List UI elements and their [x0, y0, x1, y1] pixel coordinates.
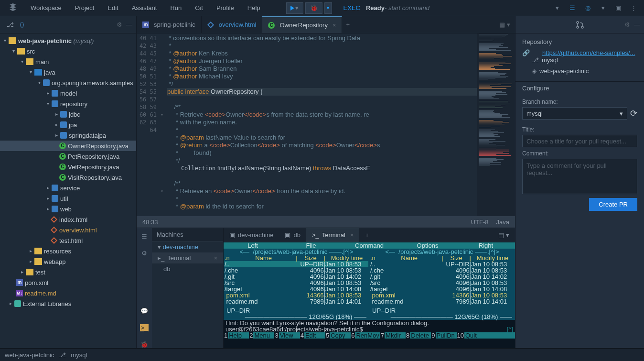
- rp-min-icon[interactable]: —: [634, 21, 640, 28]
- tree-resources[interactable]: ▸resources: [0, 246, 136, 256]
- encoding: UTF-8: [471, 219, 489, 226]
- panel-gear-icon[interactable]: ⚙: [141, 250, 147, 257]
- tree-pom[interactable]: mpom.xml: [0, 277, 136, 288]
- toolbar-layout-icon[interactable]: ▣: [612, 2, 625, 14]
- bottom-tab-more[interactable]: ▤ ▾: [493, 228, 515, 242]
- menu-edit[interactable]: Edit: [101, 0, 125, 16]
- machine-terminal[interactable]: ▸_Terminal×: [152, 252, 223, 263]
- editor-status: 48:33 UTF-8Java: [137, 216, 515, 228]
- refresh-icon[interactable]: ⟳: [630, 107, 637, 120]
- bottom-tab-add[interactable]: +: [359, 228, 375, 242]
- terminal[interactable]: LeftFileCommandOptionsRight <— /projects…: [224, 242, 515, 348]
- tree-min-icon[interactable]: —: [126, 21, 132, 28]
- tree-model[interactable]: ▸model: [0, 88, 136, 98]
- tree-springdatajpa[interactable]: ▸springdatajpa: [0, 130, 136, 141]
- tree-overview[interactable]: overview.html: [0, 225, 136, 235]
- svg-point-0: [577, 22, 579, 23]
- machine-db[interactable]: db: [152, 263, 223, 274]
- branch-icon: ⎇: [59, 351, 66, 359]
- toolbar-collapse-icon[interactable]: ▾: [596, 2, 610, 14]
- tab-owner-repository[interactable]: COwnerRepository×: [262, 16, 342, 33]
- panel-bug-icon[interactable]: 🐞: [140, 341, 148, 348]
- tree-pkg[interactable]: ▾org.springframework.samples: [0, 77, 136, 88]
- menu-help[interactable]: Help: [241, 0, 267, 16]
- repo-link[interactable]: https://github.com/che-samples/...: [542, 49, 635, 56]
- create-pr-button[interactable]: Create PR: [589, 198, 637, 211]
- tree-visit-repo[interactable]: CVisitRepository.java: [0, 172, 136, 183]
- title-input[interactable]: [522, 135, 637, 147]
- tree-test[interactable]: ▸test: [0, 267, 136, 277]
- tree-root[interactable]: ▾web-java-petclinic (mysql): [0, 35, 136, 46]
- project-explorer: ⎇ ⟨⟩ ⚙ — ▾web-java-petclinic (mysql) ▾sr…: [0, 16, 137, 348]
- tree-gear-icon[interactable]: ⚙: [117, 21, 122, 28]
- branch-select[interactable]: mysql▾: [522, 107, 627, 120]
- panel-terminal-icon[interactable]: >_: [140, 324, 149, 331]
- svg-point-2: [581, 26, 583, 28]
- tree-java[interactable]: ▾java: [0, 67, 136, 77]
- tree-jpa[interactable]: ▸jpa: [0, 120, 136, 130]
- line-gutter: 40 41 42 43 44 45 46 47 48 49 50 51 52 5…: [137, 33, 161, 216]
- toolbar-target-icon[interactable]: ◎: [581, 2, 594, 14]
- cursor-position: 48:33: [142, 219, 158, 226]
- status-branch: mysql: [71, 351, 87, 359]
- tree-service[interactable]: ▸service: [0, 183, 136, 193]
- menu-workspace[interactable]: Workspace: [24, 0, 68, 16]
- tab-spring-petclinic[interactable]: mspring-petclinic: [137, 16, 202, 33]
- toolbar-list-icon[interactable]: ☰: [566, 2, 579, 14]
- pr-icon: [576, 21, 584, 29]
- menu-git[interactable]: Git: [188, 0, 210, 16]
- tree-main[interactable]: ▾main: [0, 56, 136, 67]
- tree-src[interactable]: ▾src: [0, 46, 136, 56]
- code-editor[interactable]: 40 41 42 43 44 45 46 47 48 49 50 51 52 5…: [137, 33, 515, 216]
- menu-assistant[interactable]: Assistant: [125, 0, 164, 16]
- tree-testhtml[interactable]: test.html: [0, 235, 136, 246]
- tree-util[interactable]: ▸util: [0, 193, 136, 204]
- statusbar: web-java-petclinic ⎇ mysql: [0, 348, 644, 361]
- tree-web[interactable]: ▸web: [0, 204, 136, 214]
- run-button[interactable]: ▾: [286, 2, 303, 14]
- tree-pet-repo[interactable]: CPetRepository.java: [0, 151, 136, 162]
- menubar: Workspace Project Edit Assistant Run Git…: [0, 0, 644, 16]
- toolbar-dropdown-icon[interactable]: ▾: [550, 2, 564, 14]
- menu-project[interactable]: Project: [68, 0, 101, 16]
- debug-button[interactable]: 🐞: [305, 2, 322, 14]
- language: Java: [496, 219, 509, 226]
- tree[interactable]: ▾web-java-petclinic (mysql) ▾src ▾main ▾…: [0, 33, 136, 348]
- branch-label: Branch name:: [522, 98, 637, 105]
- tree-index[interactable]: index.html: [0, 214, 136, 225]
- tree-repository[interactable]: ▾repository: [0, 98, 136, 109]
- tree-owner-repo[interactable]: COwnerRepository.java: [0, 141, 136, 151]
- bottom-tab-dev[interactable]: ▣dev-machine: [224, 228, 279, 242]
- tree-nav-icon[interactable]: ⟨⟩: [20, 21, 24, 28]
- tree-webapp[interactable]: ▸webapp: [0, 256, 136, 267]
- menu-profile[interactable]: Profile: [210, 0, 241, 16]
- tree-branch-icon[interactable]: ⎇: [7, 21, 14, 28]
- tree-vet-repo[interactable]: CVetRepository.java: [0, 162, 136, 172]
- panel-list-icon[interactable]: ☰: [141, 233, 147, 240]
- tree-readme[interactable]: M↓readme.md: [0, 288, 136, 298]
- editor-tabbar: mspring-petclinic overview.html COwnerRe…: [137, 16, 515, 33]
- machine-dev[interactable]: ▾ dev-machine: [152, 241, 223, 252]
- rp-gear-icon[interactable]: ⚙: [624, 21, 630, 28]
- status-project: web-java-petclinic: [5, 351, 54, 359]
- tab-overview[interactable]: overview.html: [202, 16, 263, 33]
- minimap[interactable]: [477, 33, 515, 216]
- svg-point-1: [577, 26, 579, 28]
- toolbar-more-icon[interactable]: ⋮: [627, 2, 640, 14]
- debug-dropdown[interactable]: ▾: [324, 2, 332, 14]
- repository-section: Repository: [522, 38, 637, 45]
- comment-textarea[interactable]: [522, 159, 637, 194]
- app-logo-icon: [9, 3, 19, 13]
- bottom-tab-db[interactable]: ▣db: [279, 228, 306, 242]
- panel-chat-icon[interactable]: 💬: [140, 307, 148, 315]
- tab-add[interactable]: +: [342, 16, 354, 33]
- tree-jdbc[interactable]: ▸jdbc: [0, 109, 136, 120]
- machines-header: Machines: [152, 228, 223, 241]
- close-icon[interactable]: ×: [333, 22, 336, 29]
- tree-ext-lib[interactable]: ▸External Libraries: [0, 298, 136, 309]
- menu-run[interactable]: Run: [163, 0, 188, 16]
- branch-item: ⎇mysql: [532, 56, 637, 64]
- pull-request-panel: ⚙— Repository 🔗https://github.com/che-sa…: [515, 16, 644, 348]
- split-icon[interactable]: ▤ ▾: [499, 21, 510, 28]
- bottom-tab-terminal[interactable]: >_Terminal×: [306, 228, 360, 242]
